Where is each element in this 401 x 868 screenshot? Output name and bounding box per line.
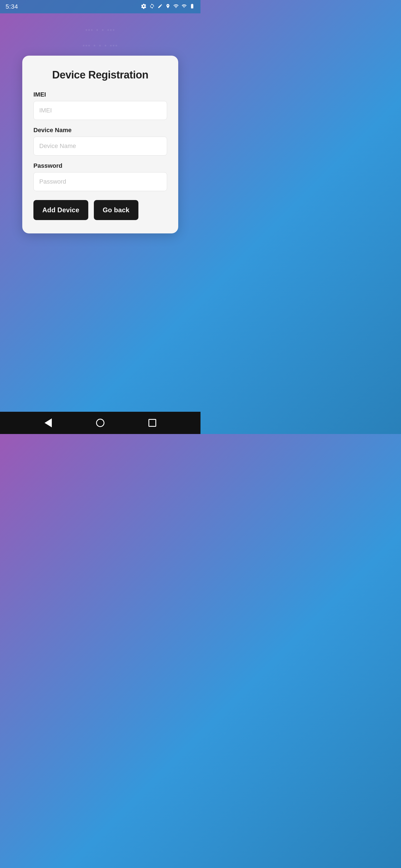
add-device-button[interactable]: Add Device [33,200,88,220]
password-label: Password [33,162,167,169]
battery-icon [189,3,195,10]
device-name-field-group: Device Name [33,127,167,156]
imei-field-group: IMEI [33,91,167,120]
device-registration-dialog: Device Registration IMEI Device Name Pas… [22,56,178,234]
back-icon [45,418,52,427]
dialog-title: Device Registration [33,69,167,81]
nav-back-button[interactable] [41,416,55,430]
location-icon [165,4,170,10]
sync-icon [149,3,155,10]
status-icons [141,3,195,10]
home-icon [96,419,105,427]
settings-icon [141,3,146,10]
nav-home-button[interactable] [93,416,107,430]
password-input[interactable] [33,172,167,191]
go-back-button[interactable]: Go back [94,200,138,220]
signal-icon [181,4,187,10]
password-field-group: Password [33,162,167,191]
device-name-input[interactable] [33,136,167,156]
dialog-button-row: Add Device Go back [33,200,167,220]
device-name-label: Device Name [33,127,167,134]
imei-input[interactable] [33,101,167,120]
wifi-icon [173,3,179,10]
status-time: 5:34 [6,3,18,10]
nav-recents-button[interactable] [145,416,159,430]
navigation-bar [0,412,200,434]
imei-label: IMEI [33,91,167,98]
status-bar: 5:34 [0,0,200,13]
recents-icon [148,419,156,427]
edit-icon [157,4,163,10]
